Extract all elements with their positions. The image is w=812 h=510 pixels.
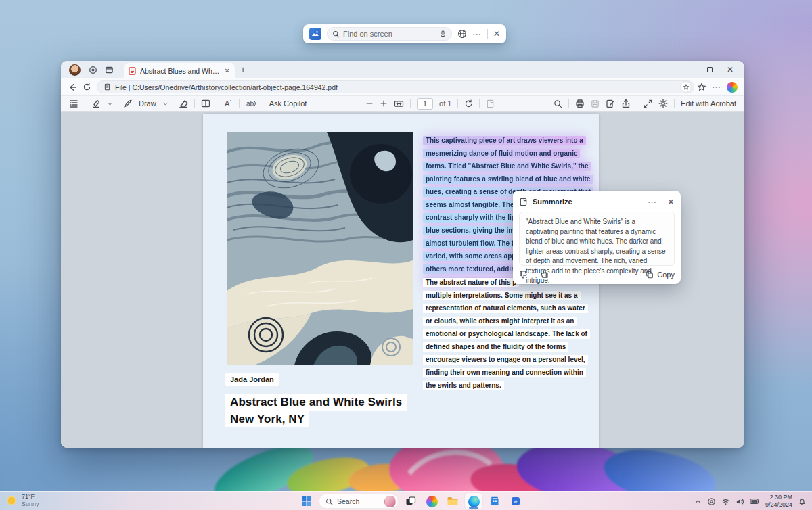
draw-label[interactable]: Draw [139, 99, 156, 108]
highlighted-line: mesmerizing dance of fluid motion and or… [423, 149, 580, 158]
highlighted-line: This captivating piece of art draws view… [423, 136, 586, 145]
svg-text:A: A [225, 99, 230, 108]
edge-browser-window: Abstract Blues and White Swirls by J ✕ +… [61, 61, 744, 448]
pdf-viewer: This captivating piece of art draws view… [61, 112, 744, 448]
tray-app-icon[interactable] [707, 497, 716, 506]
highlighter-chevron-icon[interactable] [107, 101, 113, 107]
find-on-screen-input[interactable]: Find on screen [327, 27, 452, 41]
settings-gear-icon[interactable] [658, 99, 668, 108]
taskbar-search-box[interactable]: Search [319, 494, 399, 509]
popup-more-icon[interactable]: ⋯ [648, 198, 657, 206]
eraser-icon[interactable] [179, 99, 188, 108]
popup-close-icon[interactable]: ✕ [667, 198, 675, 206]
profile-avatar[interactable] [69, 64, 81, 76]
print-icon[interactable] [575, 99, 585, 108]
window-close-button[interactable]: ✕ [720, 62, 740, 77]
pdf-search-icon[interactable] [554, 99, 562, 108]
browser-tab[interactable]: Abstract Blues and White Swirls by J ✕ [124, 63, 235, 78]
body-line: finding their own meaning and connection… [423, 368, 586, 377]
sun-icon [5, 494, 18, 507]
page-total-label: of 1 [439, 99, 451, 108]
copilot-taskbar-icon [426, 496, 438, 507]
weather-temperature: 71°F [22, 493, 39, 501]
wifi-icon[interactable] [721, 497, 730, 506]
url-text: File | C:Users/Onedrive/Arthistorycollec… [115, 83, 677, 91]
read-aloud-icon[interactable]: ab [246, 99, 256, 108]
body-paragraph: The abstract nature of this p multiple i… [423, 275, 592, 391]
edge-icon [468, 496, 480, 507]
copy-icon [646, 271, 654, 279]
draw-pen-icon[interactable] [123, 99, 133, 108]
table-of-contents-icon[interactable] [69, 99, 78, 108]
zoom-in-icon[interactable] [380, 99, 388, 108]
window-controls: – ✕ [679, 62, 740, 77]
copilot-taskbar-button[interactable] [423, 493, 441, 509]
tab-strip: Abstract Blues and White Swirls by J ✕ +… [61, 61, 744, 78]
workspaces-icon[interactable] [85, 63, 101, 76]
pinned-app-button[interactable] [507, 493, 524, 509]
highlighted-line: painting features a swirling blend of bl… [423, 175, 593, 184]
globe-icon[interactable] [457, 29, 467, 39]
volume-icon[interactable] [736, 497, 744, 506]
add-text-icon[interactable]: A [223, 99, 233, 108]
fit-to-width-icon[interactable] [394, 99, 404, 108]
page-number-input[interactable]: 1 [417, 98, 433, 110]
edit-with-acrobat-button[interactable]: Edit with Acrobat [681, 99, 736, 108]
summary-text: "Abstract Blue and White Swirls" is a ca… [519, 212, 675, 266]
favorites-star-icon[interactable] [697, 83, 706, 92]
edge-taskbar-button[interactable] [465, 493, 482, 509]
rotate-icon[interactable] [464, 99, 473, 108]
start-button[interactable] [298, 493, 315, 509]
new-tab-button[interactable]: + [240, 64, 246, 75]
url-field[interactable]: File | C:Users/Onedrive/Arthistorycollec… [97, 80, 694, 93]
hidden-icons-chevron[interactable] [694, 498, 702, 505]
find-bar-more-icon[interactable]: ⋯ [472, 30, 482, 39]
system-tray: 2:30 PM 9/24/2024 [694, 493, 807, 509]
refresh-icon[interactable] [83, 83, 91, 91]
highlighted-line: contrast sharply with the lig [423, 213, 518, 223]
weather-widget[interactable]: 71°F Sunny [5, 493, 39, 508]
maximize-button[interactable] [700, 62, 720, 77]
thumbs-up-icon[interactable] [540, 270, 549, 279]
page-view-icon[interactable] [201, 99, 210, 108]
draw-chevron-icon[interactable] [162, 101, 168, 107]
share-icon[interactable] [621, 99, 631, 108]
find-bar-close-icon[interactable]: ✕ [493, 30, 500, 38]
task-view-button[interactable] [402, 493, 420, 509]
minimize-button[interactable]: – [679, 62, 700, 77]
copilot-icon[interactable] [727, 82, 738, 93]
summarize-popup-title: Summarize [533, 198, 643, 206]
zoom-out-icon[interactable] [365, 99, 374, 108]
microsoft-store-button[interactable] [486, 493, 503, 509]
copy-label: Copy [657, 271, 675, 279]
battery-icon[interactable] [750, 497, 760, 505]
ask-copilot-button[interactable]: Ask Copilot [269, 99, 307, 108]
summarize-doc-icon [519, 198, 528, 206]
save-as-icon[interactable] [606, 99, 615, 108]
taskbar-clock[interactable]: 2:30 PM 9/24/2024 [765, 494, 792, 509]
body-line: encourage viewers to engage on a persona… [423, 355, 588, 365]
save-icon [591, 99, 600, 108]
notification-bell-icon[interactable] [798, 497, 807, 506]
svg-text:ab: ab [246, 100, 254, 108]
site-settings-icon[interactable] [681, 82, 691, 92]
tab-close-icon[interactable]: ✕ [225, 68, 230, 74]
body-line: emotional or psychological landscape. Th… [423, 329, 590, 339]
highlighted-line: almost turbulent flow. The t [423, 239, 516, 248]
file-explorer-button[interactable] [444, 493, 461, 509]
tab-actions-icon[interactable] [101, 63, 117, 76]
taskbar-search-icon [325, 498, 333, 505]
copy-button[interactable]: Copy [646, 271, 675, 279]
fullscreen-icon[interactable] [644, 99, 652, 108]
search-highlight-image [384, 496, 396, 507]
browser-more-icon[interactable]: ⋯ [712, 83, 721, 91]
windows-start-icon [301, 496, 312, 507]
taskbar-search-placeholder: Search [337, 497, 380, 505]
highlighter-icon[interactable] [91, 99, 101, 108]
page-thumbnail-icon [486, 99, 495, 108]
microphone-icon[interactable] [439, 30, 447, 38]
thumbs-down-icon[interactable] [519, 270, 528, 279]
back-icon[interactable] [68, 83, 77, 92]
artist-name: Jada Jordan [225, 373, 279, 386]
highlighted-line: forms. Titled "Abstract Blue and White S… [423, 162, 591, 171]
